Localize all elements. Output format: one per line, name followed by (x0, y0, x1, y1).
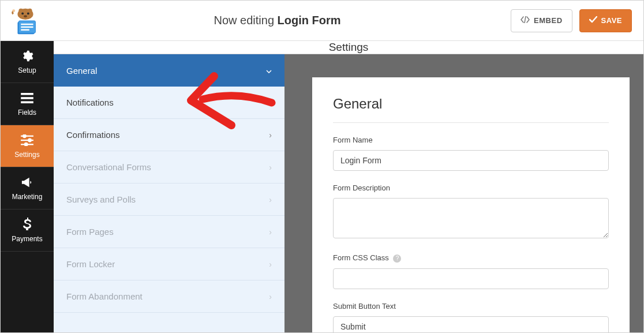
submit-button-text-label: Submit Button Text (333, 302, 609, 310)
nav-label: Fields (18, 108, 36, 117)
svg-point-4 (27, 12, 29, 14)
code-icon (521, 16, 530, 25)
panel-title: General (333, 96, 609, 123)
save-button[interactable]: SAVE (579, 9, 632, 32)
chevron-right-icon: › (269, 195, 272, 204)
form-name-display: Login Form (278, 14, 341, 27)
settings-item-conversational-forms[interactable]: Conversational Forms › (54, 151, 284, 184)
left-sidebar: Setup Fields Settings Marketing Payments (1, 41, 54, 333)
settings-label: Notifications (66, 98, 114, 107)
nav-item-setup[interactable]: Setup (1, 41, 54, 83)
settings-sidebar: General Notifications › Confirmations › … (54, 54, 284, 333)
list-icon (20, 91, 34, 105)
svg-point-1 (18, 8, 23, 13)
nav-label: Marketing (12, 193, 43, 201)
settings-item-general[interactable]: General (54, 54, 284, 87)
settings-item-form-pages[interactable]: Form Pages › (54, 216, 284, 248)
chevron-right-icon: › (269, 130, 272, 140)
chevron-right-icon: › (269, 98, 272, 107)
form-description-label: Form Description (333, 184, 609, 192)
nav-item-marketing[interactable]: Marketing (1, 167, 54, 209)
svg-rect-14 (21, 101, 33, 103)
dollar-icon (20, 218, 34, 231)
svg-point-16 (23, 134, 26, 137)
chevron-down-icon (266, 66, 272, 75)
nav-item-settings[interactable]: Settings (1, 125, 54, 167)
settings-label: Form Locker (66, 259, 115, 269)
settings-label: Surveys and Polls (66, 194, 136, 204)
settings-label: General (66, 66, 97, 76)
chevron-right-icon: › (269, 163, 272, 172)
editing-prefix: Now editing (214, 14, 278, 27)
svg-rect-12 (21, 93, 33, 95)
form-name-input[interactable] (333, 150, 609, 171)
svg-point-6 (12, 9, 15, 12)
form-description-input[interactable] (333, 198, 609, 238)
submit-button-text-input[interactable] (333, 316, 609, 333)
embed-label: EMBED (534, 16, 562, 25)
page-title: Now editing Login Form (44, 14, 511, 27)
top-header: Now editing Login Form EMBED SAVE (1, 1, 643, 41)
svg-rect-13 (21, 97, 33, 99)
check-icon (589, 16, 597, 25)
svg-rect-9 (21, 23, 33, 24)
sliders-icon (20, 133, 34, 147)
header-actions: EMBED SAVE (511, 9, 632, 32)
wpforms-logo (6, 3, 44, 38)
settings-label: Conversational Forms (66, 162, 151, 172)
svg-rect-10 (21, 26, 33, 27)
nav-item-payments[interactable]: Payments (1, 209, 54, 252)
form-css-class-label: Form CSS Class ? (333, 253, 609, 263)
settings-item-form-abandonment[interactable]: Form Abandonment › (54, 280, 284, 313)
settings-label: Form Abandonment (66, 291, 143, 301)
svg-rect-11 (21, 29, 29, 30)
svg-point-3 (21, 12, 24, 14)
settings-item-surveys-polls[interactable]: Surveys and Polls › (54, 184, 284, 216)
nav-item-fields[interactable]: Fields (1, 83, 54, 125)
form-name-label: Form Name (333, 136, 609, 144)
svg-point-18 (28, 139, 31, 142)
nav-label: Settings (14, 151, 39, 159)
nav-label: Setup (18, 66, 36, 74)
settings-item-form-locker[interactable]: Form Locker › (54, 248, 284, 280)
settings-panel: General Form Name Form Description Form … (312, 77, 630, 333)
svg-point-5 (24, 15, 27, 17)
form-css-class-input[interactable] (333, 268, 609, 289)
chevron-right-icon: › (269, 292, 272, 301)
svg-point-2 (27, 8, 32, 13)
embed-button[interactable]: EMBED (511, 9, 572, 32)
sub-header: Settings (54, 41, 643, 54)
chevron-right-icon: › (269, 227, 272, 237)
settings-label: Confirmations (66, 130, 120, 140)
help-icon[interactable]: ? (393, 255, 401, 263)
chevron-right-icon: › (269, 260, 272, 269)
bullhorn-icon (20, 175, 34, 189)
save-label: SAVE (601, 16, 622, 25)
settings-label: Form Pages (66, 227, 114, 237)
settings-item-confirmations[interactable]: Confirmations › (54, 119, 284, 151)
sub-header-title: Settings (329, 41, 369, 54)
gear-icon (20, 49, 34, 63)
svg-point-20 (25, 143, 28, 146)
settings-item-notifications[interactable]: Notifications › (54, 87, 284, 119)
nav-label: Payments (12, 235, 42, 243)
